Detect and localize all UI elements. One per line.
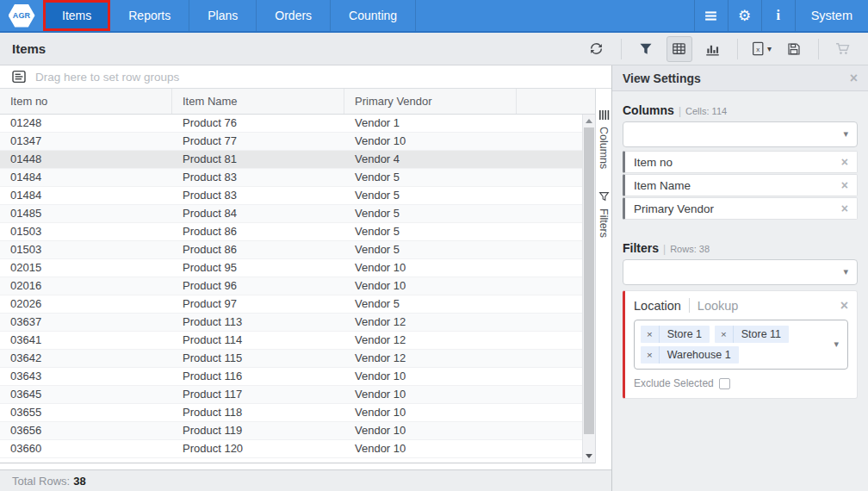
add-column-dropdown[interactable]: ▾ (623, 121, 858, 147)
scroll-up-arrow-icon[interactable] (586, 119, 592, 123)
table-row[interactable]: 01484Product 83Vendor 5 (0, 169, 582, 187)
info-icon: i (776, 8, 779, 23)
agr-logo-hexagon: AGR (9, 4, 35, 28)
table-row[interactable]: 01347Product 77Vendor 10 (0, 133, 582, 151)
table-row[interactable]: 01484Product 83Vendor 5 (0, 187, 582, 205)
table-row[interactable]: 02016Product 96Vendor 10 (0, 277, 582, 295)
cart-button[interactable] (830, 36, 856, 62)
table-cell: Vendor 5 (344, 187, 517, 204)
filters-section: Filters | Rows: 38 ▾ Location Lookup × (623, 241, 858, 399)
info-button[interactable]: i (761, 0, 795, 31)
table-row[interactable]: 03645Product 117Vendor 10 (0, 386, 582, 404)
remove-column-icon[interactable]: × (841, 202, 848, 214)
tab-counting[interactable]: Counting (331, 0, 416, 31)
location-multiselect[interactable]: × Store 1 × Store 11 × Warehouse 1 (634, 320, 848, 370)
row-group-dropzone[interactable]: Drag here to set row groups (0, 65, 611, 89)
refresh-button[interactable] (584, 36, 610, 62)
table-row[interactable]: 03637Product 113Vendor 12 (0, 314, 582, 332)
filter-name: Location (634, 299, 681, 313)
table-cell: 02015 (0, 259, 172, 277)
grid-area: Item no Item Name Primary Vendor 01248Pr… (0, 89, 611, 463)
remove-value-icon[interactable]: × (641, 326, 660, 343)
table-cell: Product 83 (172, 169, 344, 186)
remove-value-icon[interactable]: × (641, 346, 660, 364)
table-row[interactable]: 01448Product 81Vendor 4 (0, 151, 582, 169)
tab-items[interactable]: Items (43, 0, 110, 31)
filter-button[interactable] (633, 36, 659, 62)
remove-filter-icon[interactable]: × (840, 299, 848, 313)
table-cell: 03645 (0, 386, 172, 403)
vertical-scrollbar[interactable] (582, 115, 595, 463)
filter-chip-store-11: × Store 11 (715, 326, 789, 343)
excel-export-button[interactable]: x ▾ (749, 36, 773, 62)
chart-view-button[interactable] (700, 36, 726, 62)
settings-button[interactable]: ⚙ (728, 0, 761, 31)
table-cell: 03660 (0, 440, 172, 457)
table-view-button[interactable] (666, 36, 692, 62)
table-cell: Vendor 10 (344, 368, 517, 385)
agr-logo[interactable]: AGR (0, 0, 43, 31)
table-row[interactable]: 01503Product 86Vendor 5 (0, 223, 582, 241)
column-header-primary-vendor[interactable]: Primary Vendor (344, 89, 517, 114)
refresh-icon (589, 41, 604, 56)
column-chip-item-no[interactable]: Item no × (623, 151, 858, 173)
table-row[interactable]: 01503Product 86Vendor 5 (0, 241, 582, 259)
total-rows-label: Total Rows: (12, 475, 70, 488)
tab-orders[interactable]: Orders (257, 0, 331, 31)
scroll-down-arrow-icon[interactable] (586, 454, 592, 458)
column-chip-label: Item no (634, 156, 673, 169)
grid-main: Item no Item Name Primary Vendor 01248Pr… (0, 89, 595, 463)
filter-card-header: Location Lookup × (634, 298, 848, 313)
system-menu[interactable]: System (795, 0, 868, 31)
top-navigation: AGR Items Reports Plans Orders Counting … (0, 0, 868, 33)
topnav-right-group: ⚙ i System (694, 0, 868, 31)
table-cell: Product 96 (172, 277, 344, 295)
layouts-button[interactable] (694, 0, 728, 31)
filter-type: Lookup (698, 299, 739, 313)
column-chip-primary-vendor[interactable]: Primary Vendor × (623, 197, 858, 220)
column-chip-item-name[interactable]: Item Name × (623, 174, 858, 196)
remove-value-icon[interactable]: × (715, 326, 734, 343)
table-row[interactable]: 03660Product 120Vendor 10 (0, 440, 582, 458)
table-cell: Vendor 10 (344, 259, 517, 277)
table-row[interactable]: 02015Product 95Vendor 10 (0, 259, 582, 277)
table-row[interactable]: 01485Product 84Vendor 5 (0, 205, 582, 223)
table-row[interactable]: 03641Product 114Vendor 12 (0, 332, 582, 350)
close-panel-icon[interactable]: × (850, 71, 858, 85)
save-view-button[interactable] (781, 36, 807, 62)
table-row[interactable]: 03655Product 118Vendor 10 (0, 404, 582, 422)
table-row[interactable]: 02026Product 97Vendor 5 (0, 295, 582, 314)
table-row[interactable]: 01248Product 76Vendor 1 (0, 115, 582, 133)
tab-filters-panel[interactable]: Filters (598, 191, 610, 238)
table-cell: Vendor 4 (344, 151, 517, 168)
tab-reports[interactable]: Reports (110, 0, 189, 31)
table-cell: 01484 (0, 187, 172, 204)
table-row[interactable]: 03656Product 119Vendor 10 (0, 422, 582, 440)
excel-file-icon: x (751, 41, 766, 56)
scrollbar-thumb[interactable] (584, 127, 594, 434)
table-cell: Vendor 5 (344, 241, 517, 258)
table-cell: Vendor 10 (344, 422, 517, 439)
add-filter-dropdown[interactable]: ▾ (623, 259, 858, 285)
table-cell: 01347 (0, 133, 172, 150)
exclude-selected-checkbox[interactable] (719, 378, 730, 389)
column-chip-label: Item Name (634, 179, 691, 192)
filters-section-heading: Filters | Rows: 38 (623, 241, 858, 255)
column-header-item-no[interactable]: Item no (0, 89, 172, 114)
table-cell: Vendor 12 (344, 350, 517, 367)
table-grid-icon (672, 41, 686, 56)
table-row[interactable]: 03642Product 115Vendor 12 (0, 350, 582, 368)
svg-text:x: x (756, 46, 760, 53)
table-cell: Vendor 10 (344, 277, 517, 295)
column-header-item-name[interactable]: Item Name (172, 89, 344, 114)
table-cell: 03655 (0, 404, 172, 421)
table-cell: Vendor 10 (344, 440, 517, 457)
tab-plans[interactable]: Plans (189, 0, 257, 31)
columns-section-title: Columns (623, 103, 674, 117)
table-row[interactable]: 03643Product 116Vendor 10 (0, 368, 582, 386)
remove-column-icon[interactable]: × (841, 156, 848, 168)
remove-column-icon[interactable]: × (841, 179, 848, 191)
view-settings-header: View Settings × (612, 65, 868, 91)
table-cell: 02016 (0, 277, 172, 295)
tab-columns-panel[interactable]: Columns (598, 109, 610, 169)
